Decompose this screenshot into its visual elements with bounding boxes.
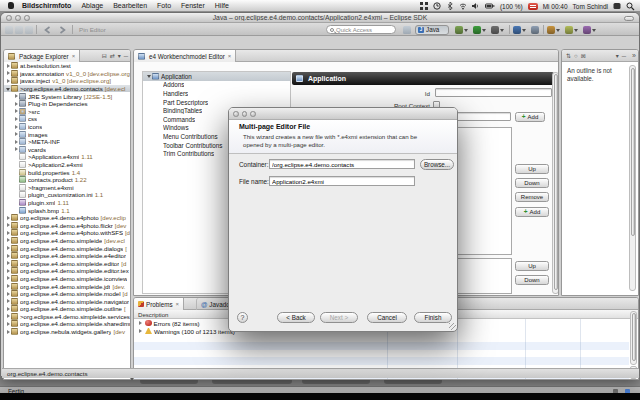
tree-item-org-eclipse-e4-demo-e4photo-withsfs[interactable]: org.eclipse.e4.demo.e4photo.withSFS[d [4, 229, 130, 237]
tree-item-plug-in-dependencies[interactable]: Plug-in Dependencies [4, 100, 130, 108]
tree-item-org-eclipse-e4-demo-simpleide-outline[interactable]: org.eclipse.e4.demo.simpleide.outline[ [4, 305, 130, 313]
menu-hilfe[interactable]: Hilfe [215, 2, 229, 9]
tree-item-application2-e4xmi[interactable]: >Application2.e4xmi [4, 161, 130, 169]
chevron-right-icon[interactable] [137, 329, 143, 333]
task-icon[interactable] [565, 26, 573, 34]
tree-item-org-eclipse-e4-demo-simpleide-dialogs[interactable]: org.eclipse.e4.demo.simpleide.dialogs[ [4, 244, 130, 252]
chevron-right-icon[interactable]: » [632, 50, 636, 62]
menu-bildschirmfoto[interactable]: Bildschirmfoto [22, 2, 71, 9]
help-button[interactable]: ? [237, 312, 248, 323]
apple-menu-icon[interactable] [8, 2, 14, 9]
dialog-titlebar[interactable] [229, 108, 457, 120]
new-wizard-icon[interactable] [547, 26, 555, 34]
down-button-2[interactable]: Down [515, 275, 549, 285]
tree-item-org-eclipse-e4-demo-contacts[interactable]: >org.eclipse.e4.demo.contacts[dev.ecl [4, 85, 130, 93]
tree-item-org-eclipse-e4-demo-e4photo-flickr[interactable]: org.eclipse.e4.demo.e4photo.flickr[dev [4, 221, 130, 229]
view-menu-icon[interactable]: ▾ [118, 50, 121, 62]
expand-all-icon[interactable]: ⇅ [566, 50, 571, 62]
back-icon[interactable] [43, 26, 53, 34]
volume-icon[interactable] [472, 2, 480, 10]
run-menu-caret[interactable] [482, 29, 486, 32]
run-icon[interactable] [473, 26, 481, 34]
tree-item-plugin-customization-ini[interactable]: plugin_customization.ini1.1 [4, 191, 130, 199]
menu-clock[interactable]: Mi 00:40 [543, 3, 568, 10]
task-menu-caret[interactable] [574, 29, 578, 32]
chevron-right-icon[interactable] [137, 321, 143, 325]
forward-icon[interactable] [57, 26, 67, 34]
up-button[interactable]: Up [515, 164, 549, 174]
scrollbar-thumb[interactable] [554, 74, 558, 290]
tree-item-javax-inject[interactable]: javax.injectv1_0 [dev.eclipse.org] [4, 77, 130, 85]
minimize-icon[interactable]: ─ [622, 50, 626, 62]
quick-access-input[interactable]: Quick Access [326, 25, 396, 34]
down-button[interactable]: Down [515, 178, 549, 188]
focus-icon[interactable]: ○ [574, 50, 578, 62]
zoom-window-button[interactable] [24, 15, 30, 21]
scrollbar-thumb[interactable] [632, 313, 636, 361]
model-item-addons[interactable]: Addons [143, 81, 290, 90]
close-icon[interactable]: × [228, 53, 232, 59]
model-item-handlers[interactable]: Handlers [143, 89, 290, 98]
close-window-button[interactable] [233, 111, 239, 117]
form-scrollbar[interactable] [552, 72, 559, 294]
next-button[interactable]: Next > [320, 312, 358, 323]
tree-item-css[interactable]: css [4, 115, 130, 123]
cancel-button[interactable]: Cancel [367, 312, 407, 323]
tree-item-org-eclipse-e4-demo-simpleide-model[interactable]: org.eclipse.e4.demo.simpleide.model[d [4, 290, 130, 298]
close-window-button[interactable] [6, 15, 12, 21]
debug-menu-caret[interactable] [464, 29, 468, 32]
tab-problems[interactable]: Problems × [134, 298, 184, 310]
back-button[interactable]: < Back [277, 312, 315, 323]
tree-item-org-eclipse-e4-demo-e4photo[interactable]: org.eclipse.e4.demo.e4photo[dev.eclip [4, 214, 130, 222]
external-tools-menu-caret[interactable] [500, 29, 504, 32]
remove-button[interactable]: Remove [515, 192, 549, 202]
search-menu-caret[interactable] [522, 29, 526, 32]
tree-item-org-eclipse-nebula-widgets-gallery[interactable]: org.eclipse.nebula.widgets.gallery[dev [4, 328, 130, 336]
collapse-all-icon[interactable]: ⊠ [581, 50, 586, 62]
tree-item-org-eclipse-e4-demo-simpleide-navigator[interactable]: org.eclipse.e4.demo.simpleide.navigator [4, 297, 130, 305]
fast-user-switch-icon[interactable] [613, 2, 621, 10]
open-resource-icon[interactable] [583, 26, 591, 34]
menu-foto[interactable]: Foto [157, 2, 171, 9]
tree-item-org-eclipse-e4-demo-simpleide-e4editor[interactable]: org.eclipse.e4.demo.simpleide.e4editor [4, 252, 130, 260]
add-variable-button[interactable]: + Add [515, 112, 545, 122]
container-input[interactable] [269, 159, 415, 169]
file-name-input[interactable] [269, 176, 415, 186]
open-resource-menu-caret[interactable] [592, 29, 596, 32]
tree-item-org-eclipse-e4-demo-simpleide-editor[interactable]: org.eclipse.e4.demo.simpleide.editor[d [4, 259, 130, 267]
add-button[interactable]: +Add [515, 207, 549, 217]
tree-item-icons[interactable]: icons [4, 123, 130, 131]
window-titlebar[interactable]: Java – org.eclipse.e4.demo.contacts/Appl… [1, 13, 639, 23]
wifi-icon[interactable] [459, 2, 467, 10]
minimize-icon[interactable]: ─ [124, 50, 128, 62]
bluetooth-icon[interactable] [446, 2, 454, 10]
save-icon[interactable] [5, 26, 13, 34]
model-item-application[interactable]: Application [143, 72, 290, 81]
tree-item-org-eclipse-e4-demo-simpleide-sharedimu[interactable]: org.eclipse.e4.demo.simpleide.sharedimu [4, 320, 130, 328]
resize-grip[interactable] [449, 323, 456, 330]
open-element-icon[interactable] [531, 26, 539, 34]
tab-e4-editor[interactable]: e4 Workbenchmodel Editor × [134, 50, 236, 62]
tree-item-org-eclipse-e4-demo-simpleide-editor-tex[interactable]: org.eclipse.e4.demo.simpleide.editor.tex [4, 267, 130, 275]
tree-item-splash-bmp[interactable]: splash.bmp1.1 [4, 206, 130, 214]
tree-item-at-bestsolution-test[interactable]: at.bestsolution.test [4, 62, 130, 70]
new-wizard-menu-caret[interactable] [556, 29, 560, 32]
grid-icon[interactable] [420, 2, 428, 10]
zoom-window-button[interactable] [250, 111, 256, 117]
tree-item-application-e4xmi[interactable]: >Application.e4xmi1.11 [4, 153, 130, 161]
java-perspective-button[interactable]: J Java [415, 25, 449, 35]
save-all-icon[interactable] [15, 26, 23, 34]
toolbar-toggle-button[interactable] [624, 16, 634, 22]
collapse-all-icon[interactable]: ⊟ [102, 50, 107, 62]
tree-item-org-eclipse-e4-demo-simpleide-iconview[interactable]: org.eclipse.e4.demo.simpleide.iconview [4, 275, 130, 283]
tree-item-src[interactable]: >src [4, 108, 130, 116]
debug-icon[interactable] [455, 26, 463, 34]
print-icon[interactable] [25, 26, 33, 34]
finish-button[interactable]: Finish [414, 312, 452, 323]
close-icon[interactable]: × [176, 301, 180, 307]
user-menu[interactable]: Tom Schindl [573, 3, 608, 10]
minimize-window-button[interactable] [242, 111, 248, 117]
problems-scrollbar[interactable] [630, 311, 637, 365]
scrollbar-thumb[interactable] [631, 68, 635, 236]
open-perspective-icon[interactable] [403, 26, 411, 34]
